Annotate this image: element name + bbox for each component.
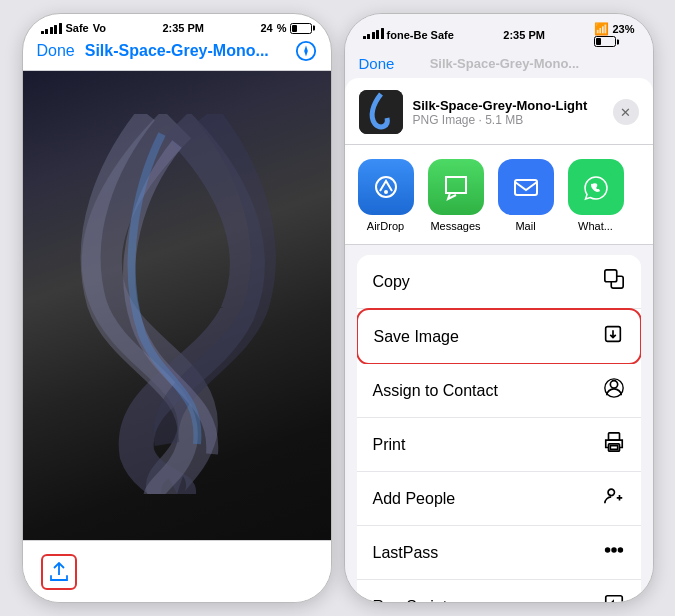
- status2-left: fone-Be Safe: [363, 28, 454, 41]
- action-list: Copy Save Image Assign to Contact: [345, 245, 653, 602]
- behind-nav: Done Silk-Space-Grey-Mono...: [345, 49, 653, 78]
- battery-pct-label: 24: [260, 22, 272, 34]
- svg-point-11: [610, 381, 617, 388]
- phone-2: fone-Be Safe 2:35 PM 📶 23% Done Silk-Spa…: [344, 13, 654, 603]
- lastpass-icon: [603, 539, 625, 566]
- mail-label: Mail: [515, 220, 535, 232]
- action-print[interactable]: Print: [357, 418, 641, 472]
- whatsapp-app-icon: [568, 159, 624, 215]
- svg-point-16: [608, 489, 614, 495]
- behind-title: Silk-Space-Grey-Mono...: [430, 56, 580, 71]
- carrier-label: Safe: [66, 22, 89, 34]
- lastpass-label: LastPass: [373, 544, 439, 562]
- action-add-people[interactable]: Add People: [357, 472, 641, 526]
- app-messages[interactable]: Messages: [425, 159, 487, 232]
- action-run-script[interactable]: Run Script: [357, 580, 641, 602]
- share-file-info: Silk-Space-Grey-Mono-Light PNG Image · 5…: [413, 98, 603, 127]
- svg-marker-1: [304, 46, 308, 57]
- svg-point-20: [618, 548, 622, 552]
- signal-bars-2: [363, 28, 384, 39]
- status-bar-2: fone-Be Safe 2:35 PM 📶 23%: [345, 14, 653, 49]
- behind-done[interactable]: Done: [359, 55, 395, 72]
- print-icon: [603, 431, 625, 458]
- messages-svg: [440, 171, 472, 203]
- silk-graphic: [47, 114, 307, 498]
- assign-contact-label: Assign to Contact: [373, 382, 498, 400]
- battery2-icon: [594, 36, 616, 47]
- share-filemeta: PNG Image · 5.1 MB: [413, 113, 603, 127]
- add-people-icon: [603, 485, 625, 512]
- copy-label: Copy: [373, 273, 410, 291]
- messages-label: Messages: [430, 220, 480, 232]
- whatsapp-svg: [580, 171, 612, 203]
- app-airdrop[interactable]: AirDrop: [355, 159, 417, 232]
- save-image-label: Save Image: [374, 328, 459, 346]
- close-x-icon: ✕: [620, 105, 631, 120]
- run-script-label: Run Script: [373, 598, 448, 603]
- mail-svg: [510, 171, 542, 203]
- svg-point-18: [605, 548, 609, 552]
- compass-icon: [295, 40, 317, 62]
- carrier2-label: fone-Be Safe: [387, 29, 454, 41]
- wifi-icon: 📶: [594, 22, 609, 36]
- airdrop-icon: [358, 159, 414, 215]
- status2-right: 📶 23%: [594, 22, 634, 47]
- done-button[interactable]: Done: [37, 42, 75, 60]
- action-copy[interactable]: Copy: [357, 255, 641, 309]
- share-close-button[interactable]: ✕: [613, 99, 639, 125]
- battery2-pct: 23: [612, 23, 624, 35]
- run-script-icon: [603, 593, 625, 602]
- time-label: 2:35 PM: [162, 22, 204, 34]
- nav-bar-1: Done Silk-Space-Grey-Mono...: [23, 36, 331, 71]
- mail-app-icon: [498, 159, 554, 215]
- svg-point-4: [384, 190, 388, 194]
- share-thumb: [359, 90, 403, 134]
- svg-rect-13: [608, 433, 619, 440]
- app-whatsapp[interactable]: What...: [565, 159, 627, 232]
- status-right: 24%: [260, 22, 312, 34]
- battery2-fill: [596, 38, 600, 45]
- airdrop-svg: [370, 171, 402, 203]
- share-icon: [50, 562, 68, 582]
- phone-1: Safe Vo 2:35 PM 24% Done Silk-Space-Grey…: [22, 13, 332, 603]
- share-button[interactable]: [41, 554, 77, 590]
- share-sheet-header: Silk-Space-Grey-Mono-Light PNG Image · 5…: [345, 78, 653, 145]
- print-label: Print: [373, 436, 406, 454]
- airdrop-label: AirDrop: [367, 220, 404, 232]
- svg-point-19: [612, 548, 616, 552]
- add-people-label: Add People: [373, 490, 456, 508]
- bottom-toolbar: [23, 540, 331, 602]
- copy-icon: [603, 268, 625, 295]
- action-save-image[interactable]: Save Image: [357, 308, 641, 365]
- wallpaper-image: [23, 71, 331, 540]
- action-lastpass[interactable]: LastPass: [357, 526, 641, 580]
- status-bar-1: Safe Vo 2:35 PM 24%: [23, 14, 331, 36]
- photo-title: Silk-Space-Grey-Mono...: [85, 42, 295, 60]
- messages-icon: [428, 159, 484, 215]
- save-image-icon: [602, 323, 624, 350]
- signal-bars: [41, 23, 62, 34]
- svg-rect-9: [604, 270, 616, 282]
- svg-rect-15: [610, 446, 617, 450]
- assign-contact-icon: [603, 377, 625, 404]
- app-mail[interactable]: Mail: [495, 159, 557, 232]
- status-left: Safe Vo: [41, 22, 107, 34]
- network-label: Vo: [93, 22, 106, 34]
- share-apps-row: AirDrop Messages Mail: [345, 145, 653, 245]
- svg-rect-21: [605, 596, 622, 602]
- whatsapp-label: What...: [578, 220, 613, 232]
- battery-fill: [292, 25, 296, 32]
- share-filename: Silk-Space-Grey-Mono-Light: [413, 98, 603, 113]
- action-section-1: Copy Save Image Assign to Contact: [357, 255, 641, 602]
- battery-icon: [290, 23, 312, 34]
- time2-label: 2:35 PM: [503, 29, 545, 41]
- action-assign-contact[interactable]: Assign to Contact: [357, 364, 641, 418]
